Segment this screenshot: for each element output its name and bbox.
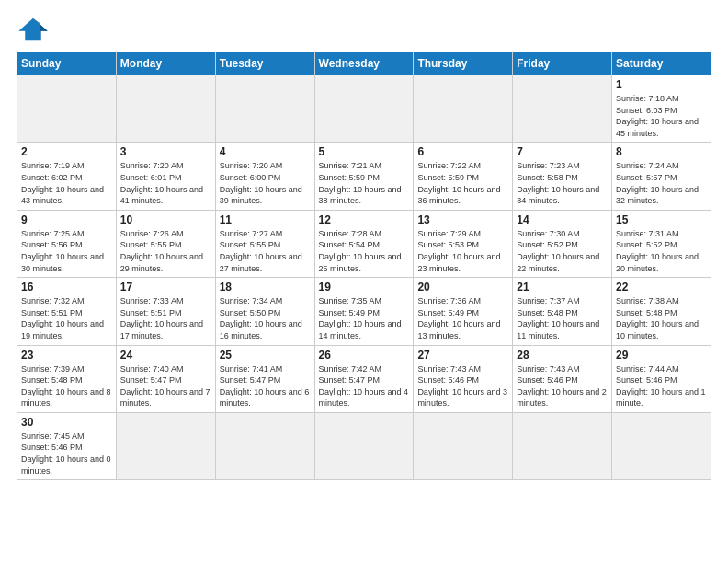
calendar-cell: 26Sunrise: 7:42 AMSunset: 5:47 PMDayligh… [314,345,414,412]
calendar-cell [116,75,215,143]
day-number: 7 [517,145,608,158]
day-info: Sunrise: 7:24 AMSunset: 5:57 PMDaylight:… [616,160,707,206]
day-number: 20 [417,281,508,293]
day-header-wednesday: Wednesday [314,52,414,75]
day-info: Sunrise: 7:21 AMSunset: 5:59 PMDaylight:… [319,160,410,206]
day-number: 21 [517,281,608,293]
calendar-cell [513,75,612,143]
day-number: 2 [21,145,112,158]
day-info: Sunrise: 7:25 AMSunset: 5:56 PMDaylight:… [21,228,112,274]
day-number: 18 [220,281,311,293]
calendar-week-3: 9Sunrise: 7:25 AMSunset: 5:56 PMDaylight… [17,210,711,277]
calendar-cell: 20Sunrise: 7:36 AMSunset: 5:49 PMDayligh… [414,278,513,345]
day-info: Sunrise: 7:34 AMSunset: 5:50 PMDaylight:… [220,295,311,341]
logo [17,17,53,42]
calendar-cell: 3Sunrise: 7:20 AMSunset: 6:01 PMDaylight… [116,143,215,210]
calendar-week-2: 2Sunrise: 7:19 AMSunset: 6:02 PMDaylight… [17,143,711,210]
calendar-cell: 28Sunrise: 7:43 AMSunset: 5:46 PMDayligh… [513,345,612,412]
day-number: 15 [616,213,707,226]
day-info: Sunrise: 7:44 AMSunset: 5:46 PMDaylight:… [616,363,707,409]
calendar: SundayMondayTuesdayWednesdayThursdayFrid… [17,52,711,480]
day-number: 29 [616,349,707,362]
day-number: 30 [21,416,112,429]
day-info: Sunrise: 7:23 AMSunset: 5:58 PMDaylight:… [517,160,608,206]
day-number: 5 [319,145,410,158]
day-header-sunday: Sunday [17,52,117,75]
calendar-cell: 1Sunrise: 7:18 AMSunset: 6:03 PMDaylight… [612,75,711,143]
calendar-cell: 17Sunrise: 7:33 AMSunset: 5:51 PMDayligh… [116,278,215,345]
day-info: Sunrise: 7:40 AMSunset: 5:47 PMDaylight:… [120,363,211,409]
calendar-cell [17,75,117,143]
day-info: Sunrise: 7:39 AMSunset: 5:48 PMDaylight:… [21,363,112,409]
day-number: 9 [21,213,112,226]
calendar-week-5: 23Sunrise: 7:39 AMSunset: 5:48 PMDayligh… [17,345,711,412]
day-number: 12 [319,213,410,226]
day-header-monday: Monday [116,52,215,75]
calendar-cell: 21Sunrise: 7:37 AMSunset: 5:48 PMDayligh… [513,278,612,345]
day-number: 14 [517,213,608,226]
day-header-friday: Friday [513,52,612,75]
day-number: 6 [417,145,508,158]
calendar-cell: 19Sunrise: 7:35 AMSunset: 5:49 PMDayligh… [314,278,414,345]
day-info: Sunrise: 7:20 AMSunset: 6:00 PMDaylight:… [220,160,311,206]
calendar-cell: 15Sunrise: 7:31 AMSunset: 5:52 PMDayligh… [612,210,711,277]
day-info: Sunrise: 7:45 AMSunset: 5:46 PMDaylight:… [21,431,112,477]
day-info: Sunrise: 7:37 AMSunset: 5:48 PMDaylight:… [517,295,608,341]
header [17,17,711,42]
calendar-cell: 4Sunrise: 7:20 AMSunset: 6:00 PMDaylight… [215,143,314,210]
calendar-cell: 12Sunrise: 7:28 AMSunset: 5:54 PMDayligh… [314,210,414,277]
calendar-cell [414,412,513,479]
calendar-cell: 30Sunrise: 7:45 AMSunset: 5:46 PMDayligh… [17,412,117,479]
day-info: Sunrise: 7:35 AMSunset: 5:49 PMDaylight:… [319,295,410,341]
calendar-cell [414,75,513,143]
day-info: Sunrise: 7:22 AMSunset: 5:59 PMDaylight:… [417,160,508,206]
day-number: 25 [220,349,311,362]
calendar-cell: 5Sunrise: 7:21 AMSunset: 5:59 PMDaylight… [314,143,414,210]
calendar-cell: 23Sunrise: 7:39 AMSunset: 5:48 PMDayligh… [17,345,117,412]
calendar-cell [513,412,612,479]
day-number: 23 [21,349,112,362]
day-number: 4 [220,145,311,158]
calendar-cell: 22Sunrise: 7:38 AMSunset: 5:48 PMDayligh… [612,278,711,345]
day-number: 19 [319,281,410,293]
calendar-cell: 14Sunrise: 7:30 AMSunset: 5:52 PMDayligh… [513,210,612,277]
day-info: Sunrise: 7:26 AMSunset: 5:55 PMDaylight:… [120,228,211,274]
day-number: 3 [120,145,211,158]
day-info: Sunrise: 7:32 AMSunset: 5:51 PMDaylight:… [21,295,112,341]
calendar-cell: 6Sunrise: 7:22 AMSunset: 5:59 PMDaylight… [414,143,513,210]
day-info: Sunrise: 7:30 AMSunset: 5:52 PMDaylight:… [517,228,608,274]
day-info: Sunrise: 7:38 AMSunset: 5:48 PMDaylight:… [616,295,707,341]
calendar-cell: 2Sunrise: 7:19 AMSunset: 6:02 PMDaylight… [17,143,117,210]
calendar-cell: 16Sunrise: 7:32 AMSunset: 5:51 PMDayligh… [17,278,117,345]
day-info: Sunrise: 7:43 AMSunset: 5:46 PMDaylight:… [517,363,608,409]
day-number: 26 [319,349,410,362]
day-info: Sunrise: 7:31 AMSunset: 5:52 PMDaylight:… [616,228,707,274]
day-info: Sunrise: 7:18 AMSunset: 6:03 PMDaylight:… [616,93,707,139]
calendar-cell: 9Sunrise: 7:25 AMSunset: 5:56 PMDaylight… [17,210,117,277]
day-number: 24 [120,349,211,362]
calendar-cell: 29Sunrise: 7:44 AMSunset: 5:46 PMDayligh… [612,345,711,412]
calendar-cell: 25Sunrise: 7:41 AMSunset: 5:47 PMDayligh… [215,345,314,412]
day-number: 13 [417,213,508,226]
day-number: 10 [120,213,211,226]
page: SundayMondayTuesdayWednesdayThursdayFrid… [0,0,728,563]
calendar-cell [215,75,314,143]
day-header-tuesday: Tuesday [215,52,314,75]
calendar-cell: 24Sunrise: 7:40 AMSunset: 5:47 PMDayligh… [116,345,215,412]
day-number: 11 [220,213,311,226]
day-info: Sunrise: 7:33 AMSunset: 5:51 PMDaylight:… [120,295,211,341]
calendar-cell: 11Sunrise: 7:27 AMSunset: 5:55 PMDayligh… [215,210,314,277]
calendar-week-4: 16Sunrise: 7:32 AMSunset: 5:51 PMDayligh… [17,278,711,345]
calendar-week-1: 1Sunrise: 7:18 AMSunset: 6:03 PMDaylight… [17,75,711,143]
calendar-week-6: 30Sunrise: 7:45 AMSunset: 5:46 PMDayligh… [17,412,711,479]
calendar-cell: 27Sunrise: 7:43 AMSunset: 5:46 PMDayligh… [414,345,513,412]
calendar-cell: 10Sunrise: 7:26 AMSunset: 5:55 PMDayligh… [116,210,215,277]
day-info: Sunrise: 7:29 AMSunset: 5:53 PMDaylight:… [417,228,508,274]
calendar-header-row: SundayMondayTuesdayWednesdayThursdayFrid… [17,52,711,75]
day-number: 28 [517,349,608,362]
day-number: 27 [417,349,508,362]
day-info: Sunrise: 7:28 AMSunset: 5:54 PMDaylight:… [319,228,410,274]
day-header-saturday: Saturday [612,52,711,75]
calendar-cell [314,75,414,143]
calendar-cell [116,412,215,479]
